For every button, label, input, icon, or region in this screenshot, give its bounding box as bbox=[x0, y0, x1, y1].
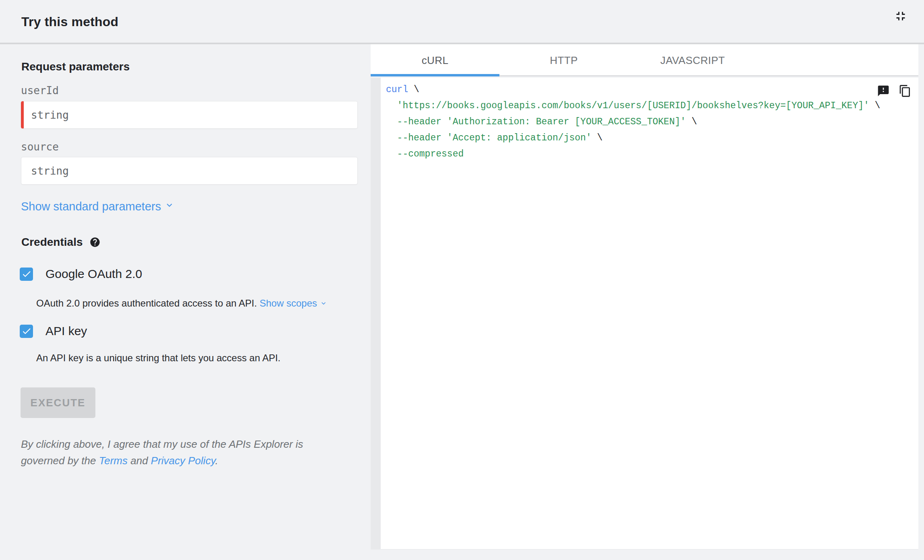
terms-link[interactable]: Terms bbox=[99, 455, 128, 467]
userid-input[interactable] bbox=[21, 101, 358, 129]
oauth-description: OAuth 2.0 provides authenticated access … bbox=[36, 298, 328, 309]
oauth-credential-row: Google OAuth 2.0 bbox=[20, 267, 142, 281]
privacy-policy-link[interactable]: Privacy Policy bbox=[151, 455, 215, 467]
code-block: curl \ 'https://books.googleapis.com/boo… bbox=[381, 78, 918, 550]
apikey-description: An API key is a unique string that lets … bbox=[36, 352, 280, 364]
show-standard-parameters-link[interactable]: Show standard parameters bbox=[21, 200, 175, 213]
tab-curl[interactable]: cURL bbox=[371, 44, 499, 76]
source-label: source bbox=[21, 141, 59, 153]
apikey-credential-row: API key bbox=[20, 324, 87, 338]
show-scopes-link[interactable]: Show scopes bbox=[260, 298, 328, 309]
credentials-heading: Credentials bbox=[21, 236, 101, 249]
curl-command: curl \ 'https://books.googleapis.com/boo… bbox=[381, 78, 918, 166]
chevron-down-icon bbox=[164, 200, 175, 213]
active-tab-indicator bbox=[371, 74, 499, 76]
tab-javascript[interactable]: JAVASCRIPT bbox=[628, 44, 757, 76]
fullscreen-exit-icon[interactable] bbox=[892, 7, 910, 25]
userid-label: userId bbox=[21, 84, 59, 97]
code-sample-panel: cURL HTTP JAVASCRIPT bbox=[371, 44, 918, 550]
code-language-tabbar: cURL HTTP JAVASCRIPT bbox=[371, 44, 918, 76]
execute-button[interactable]: EXECUTE bbox=[21, 387, 95, 418]
oauth-checkbox[interactable] bbox=[20, 268, 33, 281]
copy-icon[interactable] bbox=[898, 84, 912, 98]
feedback-icon[interactable] bbox=[877, 84, 890, 98]
apikey-checkbox[interactable] bbox=[20, 325, 33, 338]
code-region: curl \ 'https://books.googleapis.com/boo… bbox=[371, 78, 918, 550]
code-gutter bbox=[371, 78, 381, 550]
apikey-label: API key bbox=[45, 324, 87, 338]
help-icon[interactable] bbox=[89, 237, 101, 248]
page-title: Try this method bbox=[21, 14, 118, 29]
legal-text: By clicking above, I agree that my use o… bbox=[21, 436, 333, 469]
chevron-down-icon bbox=[320, 299, 328, 307]
code-actions bbox=[877, 84, 912, 98]
source-input[interactable] bbox=[21, 157, 358, 185]
tab-http[interactable]: HTTP bbox=[499, 44, 628, 76]
try-this-method-panel: Try this method Request parameters userI… bbox=[0, 0, 924, 560]
request-parameters-heading: Request parameters bbox=[21, 60, 130, 73]
oauth-label: Google OAuth 2.0 bbox=[45, 267, 142, 281]
request-form-panel: Request parameters userId source Show st… bbox=[0, 44, 371, 560]
